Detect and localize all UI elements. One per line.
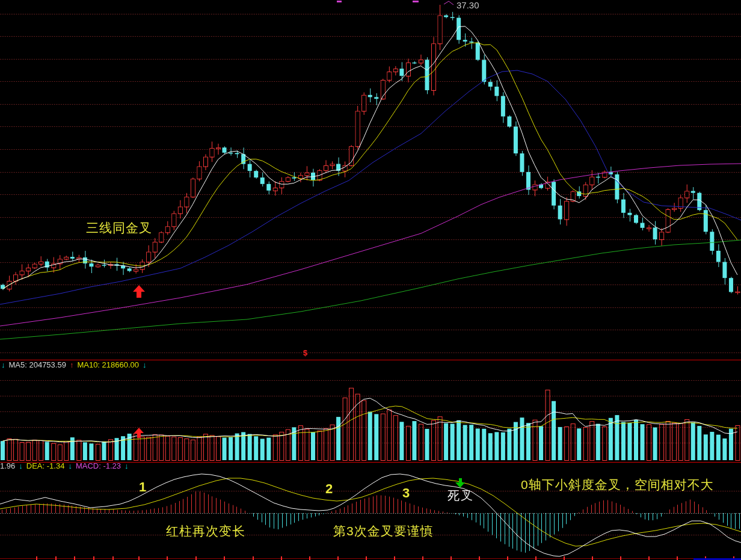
volume-header: ↓ MA5: 204753.59 ↑ MA10: 218660.00 ↓ (1, 361, 147, 369)
down-arrow-head (455, 482, 465, 488)
dea-value: DEA: -1.34 (26, 462, 65, 470)
golden-cross-2-label: 2 (325, 482, 333, 496)
up-arrow-head (133, 285, 145, 292)
up-arrow-head (134, 428, 144, 433)
ma10-down-arrow-icon: ↓ (143, 361, 147, 369)
ma5-up-arrow-icon: ↑ (70, 361, 74, 369)
up-arrow-stem (137, 292, 141, 298)
dif-down-arrow-icon: ↓ (19, 462, 23, 470)
volume-ma10-value: MA10: 218660.00 (77, 361, 139, 369)
third-cross-note: 第3次金叉要谨慎 (333, 525, 434, 537)
death-cross-down-arrow-icon (455, 478, 465, 488)
red-bars-note: 红柱再次变长 (166, 525, 245, 537)
dif-value: 1.96 (0, 462, 15, 470)
dea-down-arrow-icon: ↓ (68, 462, 72, 470)
macd-value: MACD: -1.23 (76, 462, 121, 470)
volume-up-arrow-icon (133, 428, 145, 438)
three-lines-golden-cross-label: 三线同金叉 (86, 221, 152, 234)
golden-cross-1-label: 1 (139, 481, 146, 494)
buy-up-arrow-icon (133, 285, 145, 298)
macd-down-arrow-icon: ↓ (125, 462, 129, 470)
macd-header: 1.96 ↓ DEA: -1.34 ↓ MACD: -1.23 ↓ (0, 462, 129, 470)
stock-chart-window: 37.30 三线同金叉 $ ↓ MA5: 204753.59 ↑ MA10: 2… (0, 0, 741, 560)
up-arrow-stem (137, 433, 141, 438)
volume-ma5-value: MA5: 204753.59 (9, 361, 66, 369)
ma5-down-arrow-icon: ↓ (1, 361, 5, 369)
death-cross-label: 死叉 (447, 490, 474, 502)
chart-canvas[interactable] (0, 0, 741, 560)
golden-cross-3-label: 3 (402, 487, 410, 500)
zero-axis-note: 0轴下小斜度金叉，空间相对不大 (521, 478, 714, 491)
down-arrow-stem (459, 478, 462, 482)
peak-price-label: 37.30 (457, 1, 479, 10)
dollar-marker: $ (303, 349, 307, 357)
